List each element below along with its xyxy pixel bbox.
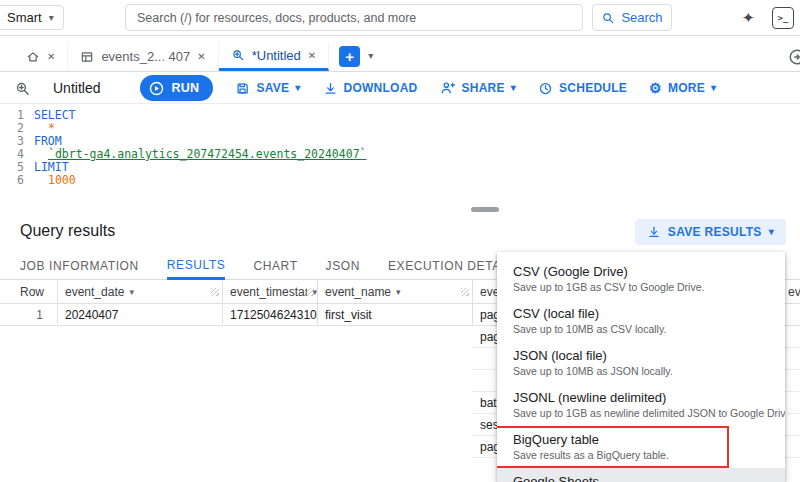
- chevron-down-icon: ▾: [511, 83, 516, 93]
- tab-results[interactable]: RESULTS: [167, 252, 226, 280]
- run-button[interactable]: RUN: [140, 75, 213, 101]
- share-person-add-icon: [440, 80, 456, 96]
- menu-item-description: Save up to 1GB as newline delimited JSON…: [513, 407, 773, 420]
- tab-json[interactable]: JSON: [326, 252, 360, 280]
- gear-icon: ⚙: [649, 81, 662, 95]
- save-icon: [235, 81, 250, 96]
- divider-drag-handle[interactable]: [471, 207, 499, 212]
- menu-item-label: Google Sheets: [513, 474, 773, 482]
- more-button-label: MORE: [668, 81, 705, 95]
- column-header-event-name[interactable]: event_name ▾: [317, 280, 472, 304]
- cloud-shell-icon[interactable]: >_: [772, 7, 794, 29]
- more-button[interactable]: ⚙ MORE ▾: [649, 81, 716, 95]
- code-line: 2 *: [0, 122, 800, 135]
- column-label: event_timestamp: [230, 285, 307, 299]
- column-header-event-timestamp[interactable]: event_timestamp ▾: [222, 280, 317, 304]
- column-label: event_date: [65, 285, 124, 299]
- schedule-button[interactable]: SCHEDULE: [538, 81, 627, 96]
- menu-item-description: Save results as a BigQuery table.: [513, 449, 773, 462]
- top-bar: Smart ▾ Search ✦ >_: [0, 0, 800, 36]
- query-toolbar: Untitled RUN SAVE ▾ DOWNLOAD SHARE ▾ SCH…: [0, 73, 800, 104]
- column-header-event-date[interactable]: event_date ▾: [57, 280, 222, 304]
- column-label: Row: [20, 285, 44, 299]
- close-icon[interactable]: ✕: [47, 51, 55, 62]
- code-line: 4 `dbrt-ga4.analytics_207472454.events_2…: [0, 148, 800, 161]
- save-results-button[interactable]: SAVE RESULTS ▾: [635, 219, 786, 245]
- column-label: event_name: [325, 285, 391, 299]
- menu-item-label: CSV (Google Drive): [513, 264, 773, 279]
- zoom-in-icon[interactable]: [14, 80, 31, 97]
- tab-label: *Untitled: [252, 48, 301, 63]
- home-icon: [26, 50, 40, 64]
- column-menu-caret-icon[interactable]: ▾: [129, 287, 134, 297]
- query-results-title: Query results: [20, 222, 115, 240]
- chevron-down-icon: ▾: [769, 227, 774, 237]
- table-icon: [80, 50, 94, 64]
- share-button[interactable]: SHARE ▾: [440, 80, 517, 96]
- tab-label: events_2... 407: [101, 49, 190, 64]
- download-button[interactable]: DOWNLOAD: [323, 81, 418, 96]
- menu-item-description: Save up to 10MB as JSON locally.: [513, 365, 773, 378]
- search-input[interactable]: [137, 11, 571, 25]
- project-picker-label: Smart: [7, 10, 42, 25]
- project-picker[interactable]: Smart ▾: [0, 5, 64, 30]
- line-number: 6: [0, 174, 34, 187]
- table-reference-link[interactable]: `dbrt-ga4.analytics_207472454.events_202…: [34, 148, 367, 161]
- event-timestamp-cell: 1712504624310...: [222, 304, 317, 326]
- event-name-cell: first_visit: [317, 304, 472, 326]
- close-icon[interactable]: ✕: [308, 50, 316, 61]
- column-label: ev: [788, 285, 800, 299]
- query-title: Untitled: [53, 80, 100, 96]
- menu-item-description: Save up to 1GB as CSV to Google Drive.: [513, 281, 773, 294]
- chevron-down-icon: ▾: [295, 83, 300, 93]
- column-menu-caret-icon[interactable]: ▾: [396, 287, 401, 297]
- save-results-label: SAVE RESULTS: [668, 225, 762, 239]
- tab-chart[interactable]: CHART: [253, 252, 297, 280]
- menu-item-bigquery-table[interactable]: BigQuery table Save results as a BigQuer…: [497, 426, 785, 468]
- gemini-sparkle-icon[interactable]: ✦: [742, 9, 755, 27]
- column-resize-grip[interactable]: [211, 288, 219, 296]
- new-tab-button[interactable]: +: [339, 46, 360, 67]
- tab-events-table[interactable]: events_2... 407 ✕: [68, 42, 218, 71]
- tab-home[interactable]: ✕: [14, 42, 68, 71]
- row-number-cell: 1: [0, 304, 57, 326]
- run-button-label: RUN: [171, 81, 199, 95]
- column-header-row: Row: [0, 280, 57, 304]
- menu-item-csv-google-drive[interactable]: CSV (Google Drive) Save up to 1GB as CSV…: [497, 258, 785, 300]
- code-text: 1000: [34, 174, 76, 187]
- save-button-label: SAVE: [256, 81, 289, 95]
- menu-item-label: CSV (local file): [513, 306, 773, 321]
- search-button-label: Search: [621, 10, 662, 25]
- search-button[interactable]: Search: [592, 4, 672, 31]
- download-button-label: DOWNLOAD: [344, 81, 418, 95]
- menu-item-label: BigQuery table: [513, 432, 773, 447]
- play-icon: [148, 80, 165, 97]
- column-header-clipped-right[interactable]: ev: [788, 280, 800, 304]
- menu-item-label: JSONL (newline delimited): [513, 390, 773, 405]
- tab-untitled-query[interactable]: *Untitled ✕: [219, 42, 330, 71]
- save-button[interactable]: SAVE ▾: [235, 81, 300, 96]
- code-line: 6 1000: [0, 174, 800, 187]
- menu-item-csv-local-file[interactable]: CSV (local file) Save up to 10MB as CSV …: [497, 300, 785, 342]
- download-icon: [323, 81, 338, 96]
- save-results-menu: CSV (Google Drive) Save up to 1GB as CSV…: [497, 252, 785, 482]
- close-icon[interactable]: ✕: [197, 51, 205, 62]
- menu-item-label: JSON (local file): [513, 348, 773, 363]
- sql-editor[interactable]: 1 SELECT 2 * 3 FROM 4 `dbrt-ga4.analytic…: [0, 104, 800, 204]
- column-resize-grip[interactable]: [461, 288, 469, 296]
- tab-job-information[interactable]: JOB INFORMATION: [20, 252, 139, 280]
- menu-item-google-sheets[interactable]: Google Sheets: [497, 468, 785, 482]
- chevron-down-icon: ▾: [711, 83, 716, 93]
- tab-bar-overflow-icon[interactable]: [788, 48, 800, 66]
- menu-item-jsonl[interactable]: JSONL (newline delimited) Save up to 1GB…: [497, 384, 785, 426]
- chevron-down-icon: ▾: [49, 13, 54, 23]
- global-search-box[interactable]: [125, 4, 583, 31]
- download-icon: [647, 225, 661, 239]
- column-resize-grip[interactable]: [306, 288, 314, 296]
- schedule-button-label: SCHEDULE: [559, 81, 627, 95]
- menu-item-json-local-file[interactable]: JSON (local file) Save up to 10MB as JSO…: [497, 342, 785, 384]
- new-tab-caret-icon[interactable]: ▾: [368, 50, 373, 71]
- share-button-label: SHARE: [462, 81, 505, 95]
- search-icon: [601, 11, 615, 25]
- editor-tab-bar: ✕ events_2... 407 ✕ *Untitled ✕ + ▾: [0, 42, 800, 72]
